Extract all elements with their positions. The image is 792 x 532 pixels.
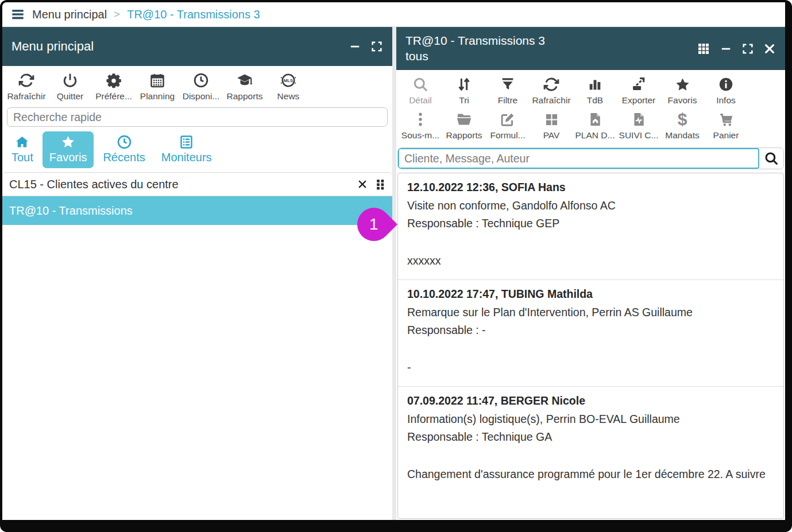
news-button[interactable]: MLS News [266, 71, 310, 102]
breadcrumb-current[interactable]: TR@10 - Transmissions 3 [127, 8, 260, 21]
planning-button[interactable]: Planning [136, 71, 179, 102]
right-panel-title-line2: tous [405, 49, 697, 64]
clock-icon [193, 71, 209, 90]
sort-button[interactable]: Tri [442, 75, 486, 106]
filter-button[interactable]: Filtre [486, 75, 530, 106]
toolbar-label: Exporter [622, 95, 656, 106]
tab-moniteurs[interactable]: Moniteurs [154, 131, 219, 168]
hamburger-menu-icon[interactable] [10, 7, 25, 22]
preferences-button[interactable]: Préfére... [92, 71, 136, 102]
star-icon [674, 75, 691, 94]
plan-button[interactable]: PLAN D... [573, 110, 617, 141]
graduation-cap-icon [236, 71, 253, 90]
quit-button[interactable]: Quitter [48, 71, 92, 102]
favorites-list: CL15 - Clientes actives du centre TR@10 … [2, 172, 392, 520]
toolbar-label: Planning [140, 91, 175, 102]
workspace: Menu principal Rafraîchir [2, 27, 785, 520]
tab-label: Moniteurs [161, 151, 212, 164]
panier-button[interactable]: Panier [704, 110, 748, 141]
detail-button[interactable]: Détail [399, 75, 442, 106]
grid-view-icon[interactable] [697, 42, 710, 56]
close-icon[interactable] [763, 42, 776, 55]
maximize-icon[interactable] [370, 40, 383, 53]
quick-search-input[interactable] [7, 107, 388, 127]
availability-button[interactable]: Disponi... [179, 71, 223, 102]
toolbar-label: Disponi... [183, 91, 220, 102]
message-note: xxxxxx [407, 252, 774, 270]
toolbar-label: Tri [459, 95, 469, 106]
left-panel-title: Menu principal [11, 38, 349, 55]
right-panel-header: TR@10 - Transmissions 3 tous [396, 27, 785, 70]
drag-handle-icon[interactable] [376, 179, 385, 190]
minimize-icon[interactable] [720, 42, 732, 55]
toolbar-label: Filtre [498, 95, 517, 106]
right-panel-title: TR@10 - Transmissions 3 tous [405, 33, 697, 64]
toolbar-label: Préfére... [95, 91, 132, 102]
tab-label: Favoris [49, 151, 87, 164]
document-home-icon [587, 110, 603, 129]
toolbar-label: Rafraîchir [7, 91, 45, 102]
close-icon[interactable] [357, 179, 368, 189]
right-panel-title-line1: TR@10 - Transmissions 3 [405, 33, 697, 48]
toolbar-label: PAV [543, 130, 560, 141]
formulaires-button[interactable]: Formul... [486, 110, 530, 141]
tab-favoris[interactable]: Favoris [43, 131, 94, 168]
list-item-label: CL15 - Clientes actives du centre [9, 178, 357, 191]
toolbar-label: PLAN D... [575, 130, 615, 141]
refresh-button[interactable]: Rafraîchir [530, 75, 573, 106]
refresh-icon [543, 75, 559, 94]
breadcrumb-separator: > [114, 8, 120, 21]
breadcrumb-root[interactable]: Menu principal [32, 8, 107, 21]
favorites-button[interactable]: Favoris [660, 75, 704, 106]
message-item[interactable]: 07.09.2022 11:47, BERGER Nicole Informat… [398, 387, 783, 518]
news-badge-icon: MLS [280, 71, 297, 90]
submenu-button[interactable]: Sous-m... [399, 110, 442, 141]
message-item[interactable]: 12.10.2022 12:36, SOFIA Hans Visite non … [398, 173, 783, 280]
folder-icon [455, 110, 473, 129]
list-item-cl15[interactable]: CL15 - Clientes actives du centre [2, 172, 392, 196]
tab-recents[interactable]: Récents [96, 131, 152, 168]
list-item-tr10[interactable]: TR@10 - Transmissions [2, 196, 392, 225]
info-icon [718, 75, 734, 94]
pav-button[interactable]: PAV [530, 110, 573, 141]
infos-button[interactable]: Infos [704, 75, 748, 106]
maximize-icon[interactable] [741, 42, 754, 55]
toolbar-label: Formul... [490, 130, 525, 141]
transmissions-panel: TR@10 - Transmissions 3 tous [396, 27, 785, 520]
message-note: Changement d'assurance programmé pour le… [407, 465, 774, 484]
toolbar-label: TdB [587, 95, 603, 106]
toolbar-label: Quitter [57, 91, 84, 102]
message-header: 10.10.2022 17:47, TUBING Mathilda [407, 285, 774, 304]
app-window: Menu principal > TR@10 - Transmissions 3… [0, 0, 792, 532]
message-search-input[interactable] [398, 148, 759, 169]
annotation-label: 1 [369, 215, 378, 234]
search-icon[interactable] [759, 148, 783, 169]
message-item[interactable]: 10.10.2022 17:47, TUBING Mathilda Remarq… [398, 280, 783, 387]
breadcrumb-bar: Menu principal > TR@10 - Transmissions 3 [2, 2, 785, 27]
power-icon [62, 71, 78, 90]
refresh-button[interactable]: Rafraîchir [5, 71, 48, 102]
suivi-button[interactable]: SUIVI C... [617, 110, 660, 141]
toolbar-label: Mandats [665, 130, 699, 141]
calendar-icon [149, 71, 165, 90]
left-panel-header: Menu principal [2, 27, 392, 66]
cart-icon [718, 110, 735, 129]
reports-button[interactable]: Rapports [223, 71, 266, 102]
grid-2x2-icon [544, 110, 559, 129]
rapports-button[interactable]: Rapports [442, 110, 486, 141]
menu-principal-panel: Menu principal Rafraîchir [2, 27, 392, 520]
toolbar-label: News [277, 91, 300, 102]
minimize-icon[interactable] [349, 40, 361, 53]
toolbar-label: Panier [713, 130, 739, 141]
left-tabs: Tout Favoris Récents [2, 129, 392, 168]
clock-icon [117, 134, 132, 150]
toolbar-label: Rapports [446, 130, 482, 141]
tab-tout[interactable]: Tout [5, 131, 40, 168]
mandats-button[interactable]: $ Mandats [660, 110, 704, 141]
export-button[interactable]: Exporter [617, 75, 660, 106]
export-icon [631, 75, 647, 94]
filter-icon [500, 75, 516, 94]
toolbar-label: Sous-m... [401, 130, 439, 141]
tdb-button[interactable]: TdB [573, 75, 617, 106]
toolbar-label: Infos [716, 95, 736, 106]
